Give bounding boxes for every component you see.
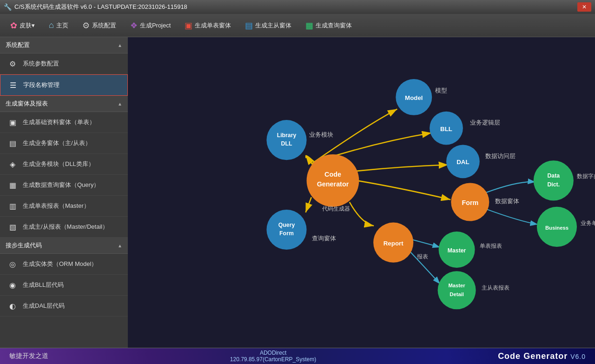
gen-business-icon: ▤: [7, 138, 18, 149]
svg-text:Query: Query: [278, 222, 295, 228]
gen-query-icon: ▦: [7, 179, 18, 191]
svg-text:业务单据窗体: 业务单据窗体: [581, 220, 595, 226]
svg-text:主从表报表: 主从表报表: [482, 285, 509, 291]
section-label-sys-config: 系统配置: [6, 41, 30, 49]
svg-line-3: [306, 197, 311, 212]
svg-text:DLL: DLL: [281, 141, 292, 147]
svg-text:查询窗体: 查询窗体: [312, 235, 336, 242]
svg-text:Form: Form: [462, 199, 478, 206]
svg-text:Data: Data: [547, 172, 560, 179]
sidebar-item-sys-params[interactable]: ⚙系统参数配置: [0, 53, 128, 74]
menu-item-single[interactable]: ▣生成单表窗体: [179, 18, 237, 33]
sidebar-item-gen-report[interactable]: ▥生成单表报表（Master）: [0, 196, 128, 217]
sidebar: 系统配置▲⚙系统参数配置☰字段名称管理生成窗体及报表▲▣生成基础资料窗体（单表）…: [0, 37, 128, 348]
close-button[interactable]: ✕: [577, 2, 591, 12]
svg-point-23: [534, 160, 574, 200]
single-icon: ▣: [185, 20, 192, 31]
sidebar-section-sys-config[interactable]: 系统配置▲: [0, 37, 128, 53]
collapse-icon-generate-windows: ▲: [118, 101, 122, 106]
svg-text:数据访问层: 数据访问层: [485, 152, 516, 159]
config-label: 系统配置: [92, 21, 116, 30]
svg-text:数据窗体: 数据窗体: [495, 198, 519, 205]
gen-report-icon: ▥: [7, 200, 18, 212]
section-label-generate-windows: 生成窗体及报表: [6, 99, 48, 108]
gen-dll-icon: ◈: [7, 159, 18, 170]
title-text: C/S系统代码生成器软件 v6.0 - LASTUPDATE:20231026-…: [14, 3, 577, 11]
sidebar-item-field-mgmt[interactable]: ☰字段名称管理: [0, 74, 128, 96]
svg-text:报表: 报表: [416, 253, 428, 260]
field-mgmt-label: 字段名称管理: [23, 81, 60, 89]
svg-text:业务逻辑层: 业务逻辑层: [470, 119, 500, 126]
sys-params-icon: ⚙: [7, 58, 18, 69]
svg-text:Model: Model: [405, 94, 423, 101]
gen-dal-label: 生成DAL层代码: [23, 302, 65, 310]
svg-text:代码生成器: 代码生成器: [322, 205, 350, 212]
home-label: 主页: [56, 21, 68, 30]
gen-bll-icon: ◉: [7, 279, 18, 291]
svg-text:模型: 模型: [435, 87, 447, 94]
sidebar-item-gen-dal[interactable]: ◐生成DAL层代码: [0, 296, 128, 317]
sidebar-section-step-generate[interactable]: 接步生成代码▲: [0, 238, 128, 254]
svg-text:单表报表: 单表报表: [480, 243, 502, 249]
collapse-icon-step-generate: ▲: [118, 243, 122, 248]
svg-text:数据字典窗体: 数据字典窗体: [577, 173, 595, 179]
gen-business-label: 生成业务窗体（主/从表）: [23, 139, 91, 147]
master-icon: ▤: [245, 20, 253, 31]
gen-report-label: 生成单表报表（Master）: [23, 202, 90, 210]
app-icon: 🔧: [4, 3, 12, 11]
menu-item-query[interactable]: ▦生成查询窗体: [300, 18, 357, 33]
gen-query-label: 生成数据查询窗体（Query）: [23, 181, 99, 189]
svg-text:业务模块: 业务模块: [309, 131, 333, 138]
svg-point-20: [266, 210, 306, 250]
sidebar-item-gen-query[interactable]: ▦生成数据查询窗体（Query）: [0, 175, 128, 196]
home-icon: ⌂: [49, 20, 54, 30]
sidebar-item-gen-basic[interactable]: ▣生成基础资料窗体（单表）: [0, 112, 128, 133]
menu-item-skin[interactable]: ✿皮肤▾: [5, 18, 40, 33]
menubar: ✿皮肤▾⌂主页⚙系统配置❖生成Project▣生成单表窗体▤生成主从窗体▦生成查…: [0, 14, 595, 37]
query-label: 生成查询窗体: [316, 21, 352, 30]
master-label: 生成主从窗体: [255, 21, 291, 30]
main-layout: 系统配置▲⚙系统参数配置☰字段名称管理生成窗体及报表▲▣生成基础资料窗体（单表）…: [0, 37, 595, 348]
gen-basic-label: 生成基础资料窗体（单表）: [23, 118, 95, 126]
svg-text:Library: Library: [277, 132, 297, 139]
branding: Code Generator V6.0: [498, 351, 586, 361]
project-icon: ❖: [130, 20, 138, 31]
mindmap-diagram: Code Generator Model BLL DAL Form Report…: [128, 37, 595, 348]
menu-item-master[interactable]: ▤生成主从窗体: [239, 18, 297, 33]
gen-bll-label: 生成BLL层代码: [23, 281, 64, 289]
svg-point-30: [438, 271, 476, 309]
slogan: 敏捷开发之道: [9, 352, 48, 360]
sidebar-section-generate-windows[interactable]: 生成窗体及报表▲: [0, 96, 128, 112]
sidebar-item-gen-dll[interactable]: ◈生成业务模块（DLL类库）: [0, 154, 128, 175]
svg-text:Report: Report: [383, 240, 404, 247]
content-area: Code Generator Model BLL DAL Form Report…: [128, 37, 595, 348]
sidebar-item-gen-bll[interactable]: ◉生成BLL层代码: [0, 275, 128, 296]
svg-text:Dict.: Dict.: [547, 181, 560, 188]
db-info: ADODirect 120.79.85.97(CartonERP_System): [230, 350, 316, 363]
svg-text:Generator: Generator: [317, 180, 349, 188]
sidebar-item-gen-masterdetail[interactable]: ▧生成主/从报表（Master/Detail）: [0, 217, 128, 238]
skin-icon: ✿: [10, 20, 17, 31]
statusbar: 敏捷开发之道 ADODirect 120.79.85.97(CartonERP_…: [0, 348, 595, 364]
collapse-icon-sys-config: ▲: [118, 43, 122, 48]
titlebar: 🔧 C/S系统代码生成器软件 v6.0 - LASTUPDATE:2023102…: [0, 0, 595, 14]
single-label: 生成单表窗体: [195, 21, 231, 30]
sidebar-item-gen-orm[interactable]: ◎生成实体类（ORM Model）: [0, 254, 128, 275]
sidebar-item-gen-business[interactable]: ▤生成业务窗体（主/从表）: [0, 133, 128, 154]
menu-item-home[interactable]: ⌂主页: [43, 18, 74, 33]
svg-text:Detail: Detail: [450, 291, 464, 297]
gen-dal-icon: ◐: [7, 300, 18, 311]
gen-orm-label: 生成实体类（ORM Model）: [23, 260, 97, 268]
svg-text:Form: Form: [279, 230, 294, 237]
menu-item-project[interactable]: ❖生成Project: [125, 18, 176, 33]
svg-point-17: [266, 120, 306, 160]
gen-masterdetail-label: 生成主/从报表（Master/Detail）: [23, 223, 108, 231]
gen-orm-icon: ◎: [7, 258, 18, 270]
svg-text:Master: Master: [448, 247, 466, 254]
menu-item-config[interactable]: ⚙系统配置: [77, 18, 122, 33]
gen-basic-icon: ▣: [7, 117, 18, 128]
svg-text:Business: Business: [545, 225, 569, 231]
config-icon: ⚙: [82, 20, 90, 31]
field-mgmt-icon: ☰: [7, 79, 19, 91]
gen-masterdetail-icon: ▧: [7, 221, 18, 232]
